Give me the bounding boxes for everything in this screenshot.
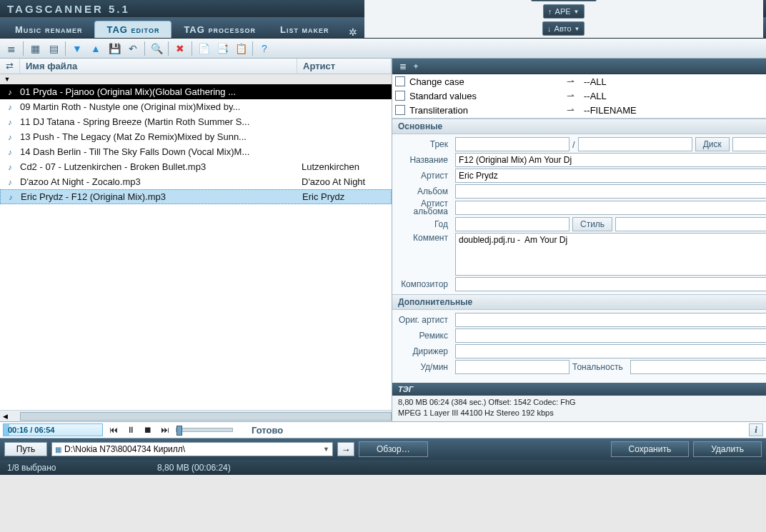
file-row[interactable]: ♪09 Martin Roth - Nustyle one (Original … — [0, 99, 392, 114]
checkbox[interactable] — [395, 76, 405, 86]
transform-row[interactable]: Transliteration ⇀ --FILENAME — [392, 103, 766, 117]
main-split: ⇄ Имя файла Артист ▼ ♪01 Pryda - Pjanoo … — [0, 59, 766, 421]
file-artist: Lutzenkirchen — [297, 161, 392, 172]
main-fields: Трек / Диск / Название Артист Альбом — [392, 134, 766, 294]
file-row[interactable]: ♪11 DJ Tatana - Spring Breeze (Martin Ro… — [0, 114, 392, 129]
title-input[interactable] — [455, 153, 766, 167]
pause-icon[interactable]: ⏸ — [124, 423, 137, 436]
col-filename[interactable]: Имя файла — [20, 59, 297, 74]
resize-mode-dropdown[interactable]: ⤢ Не менять▼ — [531, 0, 597, 1]
artist-input[interactable] — [455, 169, 766, 183]
copy-icon[interactable]: 📑 — [214, 41, 231, 56]
clear-icon[interactable]: ✖ — [171, 41, 189, 56]
save-icon[interactable]: 💾 — [106, 41, 123, 56]
file-row[interactable]: ♪13 Push - The Legacy (Mat Zo Remix)Mixe… — [0, 129, 392, 144]
horizontal-scrollbar[interactable]: ◀ — [0, 410, 392, 421]
album-artist-input[interactable] — [455, 201, 766, 215]
file-row[interactable]: ♪Eric Prydz - F12 (Original Mix).mp3Eric… — [0, 189, 392, 204]
delete-button[interactable]: Удалить — [693, 441, 762, 457]
transform-row[interactable]: Change case ⇀ --ALL — [392, 74, 766, 89]
group-main-header[interactable]: Основные □ ⌄ — [392, 119, 766, 134]
file-icon: ♪ — [0, 88, 20, 96]
collapse-triangle-icon[interactable]: ▼ — [0, 74, 14, 84]
arrow-icon: ⇀ — [567, 91, 584, 101]
add-icon[interactable]: + — [409, 61, 422, 71]
volume-slider[interactable] — [176, 428, 233, 432]
list-icon[interactable]: ≣ — [397, 61, 409, 71]
auto-dropdown[interactable]: ↓ Авто▼ — [542, 21, 585, 36]
path-field[interactable]: ▦ D:\Nokia N73\8004734 Кирилл\ ▼ — [51, 442, 333, 456]
key-label: Тональность — [572, 362, 627, 372]
col-artist[interactable]: Артист — [297, 59, 392, 74]
disc-input[interactable] — [732, 137, 766, 151]
checkbox[interactable] — [395, 91, 405, 101]
audio-info: 8,80 MB 06:24 (384 sec.) Offset: 1542 Co… — [392, 396, 766, 421]
year-input[interactable] — [455, 217, 569, 231]
file-name: Eric Prydz - F12 (Original Mix).mp3 — [21, 191, 298, 202]
file-row[interactable]: ♪Cd2 - 07 - Lutzenkirchen - Broken Bulle… — [0, 159, 392, 174]
ape-dropdown[interactable]: ↑ APE▼ — [543, 4, 584, 19]
tab-list-maker[interactable]: List maker — [268, 21, 342, 38]
remix-label: Ремикс — [394, 331, 452, 341]
file-row[interactable]: ♪01 Pryda - Pjanoo (Original Mix)(Global… — [0, 84, 392, 99]
paste-icon[interactable]: 📋 — [232, 41, 249, 56]
list-view-icon[interactable]: ≣ — [3, 41, 20, 56]
arrow-icon: ⇀ — [567, 76, 584, 87]
track-input[interactable] — [455, 137, 569, 151]
tab-music-renamer[interactable]: Music renamer — [3, 21, 94, 38]
transform-row[interactable]: Standard values ⇀ --ALL — [392, 89, 766, 103]
extra-fields: Ориг. артист Ремикс Дирижер Уд/мин Тонал… — [392, 310, 766, 383]
tab-tag-processor[interactable]: TAG processor — [171, 21, 268, 38]
file-icon: ♪ — [0, 118, 20, 126]
tab-tag-editor[interactable]: TAG editor — [94, 21, 171, 38]
help-icon[interactable]: ? — [256, 41, 273, 56]
next-icon[interactable]: ⏭ — [159, 423, 171, 436]
total-size: 8,80 MB (00:06:24) — [157, 463, 231, 473]
selection-count: 1/8 выбрано — [7, 463, 129, 473]
settings-icon[interactable]: ✲ — [342, 26, 364, 38]
album-label: Альбом — [394, 186, 452, 196]
path-label: Путь — [4, 442, 47, 456]
tag-version-bar: ТЭГ ID3v1 ID3v2.3@utf16 — [392, 383, 766, 396]
down-icon[interactable]: ▼ — [69, 41, 86, 56]
grid-icon[interactable]: ▦ — [26, 41, 44, 56]
track-total-input[interactable] — [578, 137, 692, 151]
save-button[interactable]: Сохранить — [611, 441, 690, 457]
undo-icon[interactable]: ↶ — [124, 41, 141, 56]
genre-button[interactable]: Стиль — [572, 217, 612, 231]
composer-input[interactable] — [455, 277, 766, 291]
shuffle-icon[interactable]: ⇄ — [0, 59, 20, 74]
album-input[interactable] — [455, 184, 766, 199]
up-icon[interactable]: ▲ — [87, 41, 104, 56]
browse-button[interactable]: Обзор… — [359, 441, 428, 457]
prev-icon[interactable]: ⏮ — [107, 423, 120, 436]
file-name: 14 Dash Berlin - Till The Sky Falls Down… — [20, 146, 297, 157]
info-button[interactable]: i — [749, 423, 763, 436]
search-icon[interactable]: 🔍 — [148, 41, 165, 56]
key-input[interactable] — [630, 360, 766, 374]
conductor-input[interactable] — [455, 344, 766, 358]
time-progress[interactable]: 00:16 / 06:54 — [3, 423, 103, 436]
file-list[interactable]: ♪01 Pryda - Pjanoo (Original Mix)(Global… — [0, 84, 392, 410]
orig-artist-input[interactable] — [455, 313, 766, 327]
title-label: Название — [394, 155, 452, 165]
status-ready: Готово — [252, 425, 283, 436]
remix-input[interactable] — [455, 328, 766, 343]
bpm-input[interactable] — [455, 360, 569, 374]
stop-icon[interactable]: ⏹ — [141, 423, 154, 436]
disc-button[interactable]: Диск — [695, 137, 730, 151]
checkbox[interactable] — [395, 105, 405, 115]
file-icon: ♪ — [1, 193, 21, 201]
tiles-icon[interactable]: ▤ — [45, 41, 62, 56]
go-button[interactable]: → — [337, 442, 354, 456]
group-extra-header[interactable]: Дополнительные ⌄ — [392, 294, 766, 310]
genre-input[interactable] — [615, 217, 766, 231]
bpm-label: Уд/мин — [394, 362, 452, 372]
new-doc-icon[interactable]: 📄 — [195, 41, 212, 56]
file-row[interactable]: ♪D'azoo At Night - Zocalo.mp3D'azoo At N… — [0, 174, 392, 189]
file-row[interactable]: ♪14 Dash Berlin - Till The Sky Falls Dow… — [0, 144, 392, 159]
comment-input[interactable] — [455, 233, 766, 276]
composer-label: Композитор — [394, 279, 452, 289]
chevron-down-icon[interactable]: ▼ — [323, 446, 329, 453]
year-label: Год — [394, 219, 452, 229]
